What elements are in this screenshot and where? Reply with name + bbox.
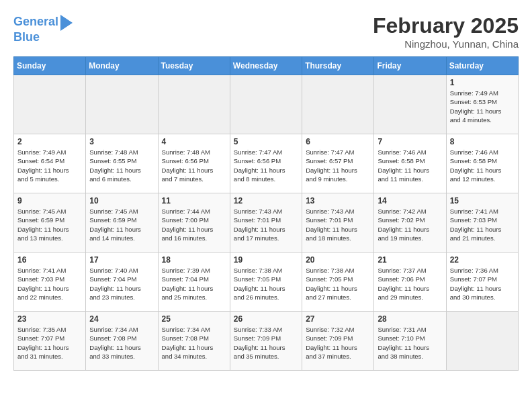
day-info: Sunrise: 7:41 AMSunset: 7:03 PMDaylight:… [17, 266, 82, 302]
logo-text: General [13, 15, 58, 29]
calendar-week-row: 1Sunrise: 7:49 AMSunset: 6:53 PMDaylight… [14, 75, 519, 134]
day-info: Sunrise: 7:45 AMSunset: 6:59 PMDaylight:… [89, 207, 154, 242]
day-info: Sunrise: 7:42 AMSunset: 7:02 PMDaylight:… [378, 207, 442, 242]
calendar-cell: 23Sunrise: 7:35 AMSunset: 7:07 PMDayligh… [14, 312, 86, 371]
calendar-cell: 28Sunrise: 7:31 AMSunset: 7:10 PMDayligh… [374, 312, 446, 371]
calendar-cell: 9Sunrise: 7:45 AMSunset: 6:59 PMDaylight… [14, 193, 86, 253]
day-number: 23 [17, 314, 82, 324]
day-number: 12 [234, 196, 298, 205]
day-info: Sunrise: 7:34 AMSunset: 7:08 PMDaylight:… [89, 325, 154, 361]
day-info: Sunrise: 7:33 AMSunset: 7:09 PMDaylight:… [234, 325, 298, 361]
calendar-cell: 6Sunrise: 7:47 AMSunset: 6:57 PMDaylight… [302, 134, 374, 193]
calendar-cell: 13Sunrise: 7:43 AMSunset: 7:01 PMDayligh… [302, 193, 374, 253]
calendar-cell: 21Sunrise: 7:37 AMSunset: 7:06 PMDayligh… [374, 253, 446, 312]
calendar-cell: 11Sunrise: 7:44 AMSunset: 7:00 PMDayligh… [158, 193, 230, 253]
logo: General Blue [13, 13, 73, 44]
calendar-cell: 24Sunrise: 7:34 AMSunset: 7:08 PMDayligh… [86, 312, 158, 371]
logo-arrow-icon [60, 15, 73, 31]
calendar-cell: 4Sunrise: 7:48 AMSunset: 6:56 PMDaylight… [158, 134, 230, 193]
day-number: 14 [378, 196, 442, 205]
header: General Blue February 2025 Ningzhou, Yun… [13, 13, 519, 50]
day-number: 3 [89, 137, 154, 146]
day-info: Sunrise: 7:34 AMSunset: 7:08 PMDaylight:… [162, 325, 226, 361]
day-info: Sunrise: 7:45 AMSunset: 6:59 PMDaylight:… [17, 207, 82, 242]
calendar-cell: 15Sunrise: 7:41 AMSunset: 7:03 PMDayligh… [446, 193, 518, 253]
weekday-header-wednesday: Wednesday [230, 57, 302, 75]
day-info: Sunrise: 7:46 AMSunset: 6:58 PMDaylight:… [450, 148, 515, 183]
day-info: Sunrise: 7:46 AMSunset: 6:58 PMDaylight:… [378, 148, 442, 183]
day-number: 18 [162, 255, 226, 265]
day-info: Sunrise: 7:44 AMSunset: 7:00 PMDaylight:… [162, 207, 226, 242]
day-number: 13 [306, 196, 370, 205]
calendar-week-row: 16Sunrise: 7:41 AMSunset: 7:03 PMDayligh… [14, 253, 519, 312]
calendar-week-row: 2Sunrise: 7:49 AMSunset: 6:54 PMDaylight… [14, 134, 519, 193]
day-number: 22 [450, 255, 515, 265]
day-number: 10 [89, 196, 154, 205]
calendar-cell: 19Sunrise: 7:38 AMSunset: 7:05 PMDayligh… [230, 253, 302, 312]
calendar-cell [86, 75, 158, 134]
day-number: 5 [234, 137, 298, 146]
day-info: Sunrise: 7:38 AMSunset: 7:05 PMDaylight:… [234, 266, 298, 302]
day-number: 11 [162, 196, 226, 205]
day-info: Sunrise: 7:39 AMSunset: 7:04 PMDaylight:… [162, 266, 226, 302]
calendar-cell: 3Sunrise: 7:48 AMSunset: 6:55 PMDaylight… [86, 134, 158, 193]
calendar-cell: 25Sunrise: 7:34 AMSunset: 7:08 PMDayligh… [158, 312, 230, 371]
weekday-header-row: SundayMondayTuesdayWednesdayThursdayFrid… [14, 57, 519, 75]
calendar-cell: 27Sunrise: 7:32 AMSunset: 7:09 PMDayligh… [302, 312, 374, 371]
calendar-cell [230, 75, 302, 134]
calendar-cell: 7Sunrise: 7:46 AMSunset: 6:58 PMDaylight… [374, 134, 446, 193]
day-info: Sunrise: 7:40 AMSunset: 7:04 PMDaylight:… [89, 266, 154, 302]
day-number: 20 [306, 255, 370, 265]
calendar-cell: 2Sunrise: 7:49 AMSunset: 6:54 PMDaylight… [14, 134, 86, 193]
day-info: Sunrise: 7:43 AMSunset: 7:01 PMDaylight:… [234, 207, 298, 242]
day-number: 6 [306, 137, 370, 146]
day-info: Sunrise: 7:47 AMSunset: 6:57 PMDaylight:… [306, 148, 370, 183]
day-number: 2 [17, 137, 82, 146]
calendar-week-row: 23Sunrise: 7:35 AMSunset: 7:07 PMDayligh… [14, 312, 519, 371]
calendar-cell: 8Sunrise: 7:46 AMSunset: 6:58 PMDaylight… [446, 134, 518, 193]
calendar-cell: 10Sunrise: 7:45 AMSunset: 6:59 PMDayligh… [86, 193, 158, 253]
day-info: Sunrise: 7:49 AMSunset: 6:54 PMDaylight:… [17, 148, 82, 183]
calendar-cell [446, 312, 518, 371]
calendar-cell: 12Sunrise: 7:43 AMSunset: 7:01 PMDayligh… [230, 193, 302, 253]
day-info: Sunrise: 7:47 AMSunset: 6:56 PMDaylight:… [234, 148, 298, 183]
calendar-cell: 5Sunrise: 7:47 AMSunset: 6:56 PMDaylight… [230, 134, 302, 193]
weekday-header-thursday: Thursday [302, 57, 374, 75]
day-info: Sunrise: 7:36 AMSunset: 7:07 PMDaylight:… [450, 266, 515, 302]
calendar-cell [374, 75, 446, 134]
logo-blue-text: Blue [13, 31, 40, 44]
calendar-cell [14, 75, 86, 134]
day-number: 25 [162, 314, 226, 324]
day-number: 28 [378, 314, 442, 324]
day-number: 21 [378, 255, 442, 265]
title-area: February 2025 Ningzhou, Yunnan, China [373, 13, 519, 50]
calendar-cell: 26Sunrise: 7:33 AMSunset: 7:09 PMDayligh… [230, 312, 302, 371]
day-number: 26 [234, 314, 298, 324]
month-title: February 2025 [373, 13, 519, 38]
day-info: Sunrise: 7:35 AMSunset: 7:07 PMDaylight:… [17, 325, 82, 361]
day-number: 24 [89, 314, 154, 324]
calendar-cell [302, 75, 374, 134]
calendar-cell: 1Sunrise: 7:49 AMSunset: 6:53 PMDaylight… [446, 75, 518, 134]
calendar-cell: 20Sunrise: 7:38 AMSunset: 7:05 PMDayligh… [302, 253, 374, 312]
day-info: Sunrise: 7:31 AMSunset: 7:10 PMDaylight:… [378, 325, 442, 361]
day-number: 9 [17, 196, 82, 205]
day-info: Sunrise: 7:43 AMSunset: 7:01 PMDaylight:… [306, 207, 370, 242]
day-info: Sunrise: 7:49 AMSunset: 6:53 PMDaylight:… [450, 89, 515, 124]
day-info: Sunrise: 7:48 AMSunset: 6:55 PMDaylight:… [89, 148, 154, 183]
day-number: 4 [162, 137, 226, 146]
day-info: Sunrise: 7:41 AMSunset: 7:03 PMDaylight:… [450, 207, 515, 242]
weekday-header-friday: Friday [374, 57, 446, 75]
weekday-header-monday: Monday [86, 57, 158, 75]
day-number: 15 [450, 196, 515, 205]
day-info: Sunrise: 7:37 AMSunset: 7:06 PMDaylight:… [378, 266, 442, 302]
weekday-header-sunday: Sunday [14, 57, 86, 75]
day-info: Sunrise: 7:48 AMSunset: 6:56 PMDaylight:… [162, 148, 226, 183]
calendar-week-row: 9Sunrise: 7:45 AMSunset: 6:59 PMDaylight… [14, 193, 519, 253]
day-number: 1 [450, 78, 515, 87]
calendar-table: SundayMondayTuesdayWednesdayThursdayFrid… [13, 56, 519, 371]
calendar-cell: 22Sunrise: 7:36 AMSunset: 7:07 PMDayligh… [446, 253, 518, 312]
day-number: 8 [450, 137, 515, 146]
location: Ningzhou, Yunnan, China [373, 38, 519, 50]
calendar-cell: 18Sunrise: 7:39 AMSunset: 7:04 PMDayligh… [158, 253, 230, 312]
